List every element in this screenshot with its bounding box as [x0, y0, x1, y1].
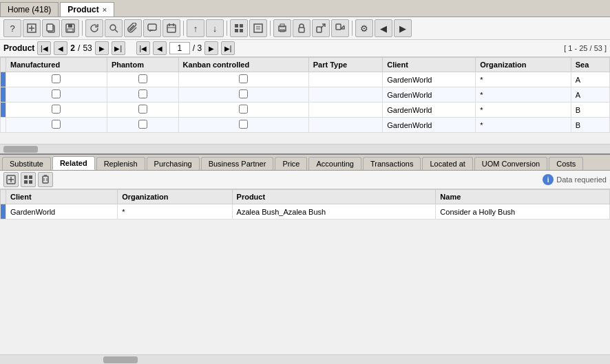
- manufactured-checkbox[interactable]: [52, 105, 61, 114]
- lower-horizontal-scroll[interactable]: [0, 354, 610, 364]
- manufactured-cell[interactable]: [6, 87, 107, 103]
- manufactured-checkbox[interactable]: [52, 74, 61, 83]
- forward-button[interactable]: ▶: [394, 19, 412, 37]
- next-record-button[interactable]: ▶: [95, 41, 109, 55]
- table-row[interactable]: GardenWorld * Azalea Bush_Azalea Bush Co…: [1, 204, 610, 220]
- phantom-cell[interactable]: [107, 118, 178, 133]
- page-total-separator: / 3: [193, 43, 202, 53]
- up-button[interactable]: ↑: [187, 19, 204, 37]
- prev-page-button[interactable]: ◀: [153, 41, 167, 55]
- close-tab-icon[interactable]: ×: [103, 6, 107, 14]
- tab-business-partner[interactable]: Business Partner: [201, 157, 274, 170]
- tab-replenish[interactable]: Replenish: [96, 157, 145, 170]
- kanban-checkbox[interactable]: [239, 105, 248, 114]
- zoom-button[interactable]: [105, 19, 123, 37]
- svg-rect-33: [24, 175, 28, 179]
- sub-grid-button[interactable]: [21, 172, 36, 187]
- export-button[interactable]: [312, 19, 330, 37]
- kanban-controlled-header: Kanban controlled: [178, 58, 308, 72]
- organization-cell: *: [476, 87, 571, 103]
- manufactured-checkbox[interactable]: [52, 89, 61, 98]
- kanban-checkbox[interactable]: [239, 89, 248, 98]
- tab-transactions[interactable]: Transactions: [363, 157, 421, 170]
- settings-button[interactable]: ⚙: [355, 19, 373, 37]
- svg-rect-19: [254, 24, 262, 32]
- phantom-cell[interactable]: [107, 103, 178, 118]
- sub-client-header: Client: [6, 190, 118, 204]
- print-preview-button[interactable]: [273, 19, 291, 37]
- search-cell: A: [571, 72, 609, 87]
- row-marker: [1, 72, 6, 87]
- copy-button[interactable]: [42, 19, 60, 37]
- phantom-header: Phantom: [107, 58, 178, 72]
- sub-grid-scroll[interactable]: Client Organization Product Name GardenW…: [0, 189, 610, 354]
- part-type-cell: [308, 72, 383, 87]
- help-button[interactable]: ?: [3, 19, 21, 37]
- svg-line-9: [115, 30, 118, 32]
- table-row[interactable]: GardenWorld * A: [1, 72, 610, 87]
- manufactured-cell[interactable]: [6, 103, 107, 118]
- data-required-info: i Data requeried: [543, 174, 607, 185]
- next-page-button[interactable]: ▶: [204, 41, 218, 55]
- organization-header: Organization: [476, 58, 571, 72]
- manufactured-cell[interactable]: [6, 72, 107, 87]
- kanban-cell[interactable]: [178, 72, 308, 87]
- part-type-cell: [308, 87, 383, 103]
- table-row[interactable]: GardenWorld * B: [1, 118, 610, 133]
- first-record-button[interactable]: |◀: [37, 41, 51, 55]
- lock-button[interactable]: [293, 19, 311, 37]
- phantom-cell[interactable]: [107, 87, 178, 103]
- table-row[interactable]: GardenWorld * A: [1, 87, 610, 103]
- sub-organization-header: Organization: [118, 190, 232, 204]
- upper-horizontal-scroll[interactable]: [0, 144, 610, 153]
- manufactured-checkbox[interactable]: [52, 120, 61, 129]
- refresh-button[interactable]: [85, 19, 103, 37]
- kanban-cell[interactable]: [178, 87, 308, 103]
- calendar-button[interactable]: [162, 19, 180, 37]
- last-record-button[interactable]: ▶|: [112, 41, 125, 55]
- lower-section: Substitute Related Replenish Purchasing …: [0, 153, 610, 364]
- back-button[interactable]: ◀: [375, 19, 392, 37]
- save-button[interactable]: [61, 19, 79, 37]
- product-tab[interactable]: Product ×: [60, 2, 114, 17]
- kanban-checkbox[interactable]: [239, 120, 248, 129]
- page-input[interactable]: [169, 42, 190, 54]
- tab-related[interactable]: Related: [52, 156, 95, 170]
- form-view-button[interactable]: [249, 19, 267, 37]
- phantom-cell[interactable]: [107, 72, 178, 87]
- first-page-button[interactable]: |◀: [136, 41, 150, 55]
- sub-delete-button[interactable]: [38, 172, 53, 187]
- down-button[interactable]: ↓: [206, 19, 224, 37]
- manufactured-cell[interactable]: [6, 118, 107, 133]
- grid-view-button[interactable]: [230, 19, 248, 37]
- attach-button[interactable]: [124, 19, 142, 37]
- part-type-header: Part Type: [308, 58, 383, 72]
- phantom-checkbox[interactable]: [138, 89, 147, 98]
- organization-cell: *: [476, 72, 571, 87]
- lower-scroll-thumb: [103, 356, 138, 363]
- grid-scroll[interactable]: Manufactured Phantom Kanban controlled P…: [0, 57, 610, 144]
- tab-purchasing[interactable]: Purchasing: [147, 157, 200, 170]
- tab-located-at[interactable]: Located at: [422, 157, 472, 170]
- tab-substitute[interactable]: Substitute: [2, 157, 51, 170]
- sub-new-button[interactable]: [3, 172, 19, 187]
- kanban-cell[interactable]: [178, 103, 308, 118]
- chat-button[interactable]: [143, 19, 161, 37]
- new-button[interactable]: [23, 19, 41, 37]
- phantom-checkbox[interactable]: [138, 120, 147, 129]
- product-grid: Manufactured Phantom Kanban controlled P…: [0, 57, 610, 133]
- tab-price[interactable]: Price: [275, 157, 307, 170]
- tab-uom-conversion[interactable]: UOM Conversion: [474, 157, 547, 170]
- prev-record-button[interactable]: ◀: [54, 41, 67, 55]
- kanban-checkbox[interactable]: [239, 74, 248, 83]
- table-row[interactable]: GardenWorld * B: [1, 103, 610, 118]
- import-button[interactable]: [331, 19, 349, 37]
- home-tab[interactable]: Home (418): [0, 2, 59, 17]
- tab-accounting[interactable]: Accounting: [308, 157, 361, 170]
- tab-costs[interactable]: Costs: [549, 157, 583, 170]
- phantom-checkbox[interactable]: [138, 74, 147, 83]
- kanban-cell[interactable]: [178, 118, 308, 133]
- phantom-checkbox[interactable]: [138, 105, 147, 114]
- row-marker-header: [1, 58, 6, 72]
- last-page-button[interactable]: ▶|: [221, 41, 235, 55]
